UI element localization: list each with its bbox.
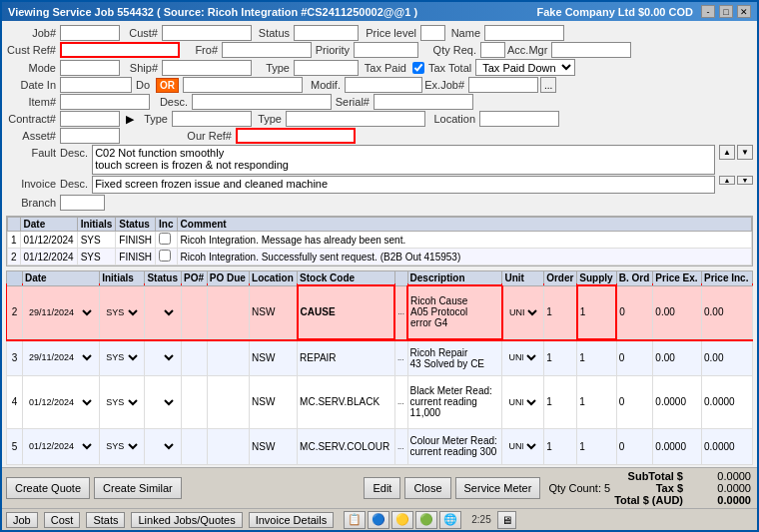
- cust-field[interactable]: FAKE.COMPY: [162, 25, 252, 41]
- log-row-comment: Ricoh Integration. Message has already b…: [177, 232, 751, 249]
- contract-field[interactable]: Contract: [60, 111, 120, 127]
- fault-scroll-down[interactable]: ▼: [737, 145, 753, 160]
- fault-desc-field[interactable]: C02 Not function smoothly touch screen i…: [92, 145, 715, 175]
- ex-job-label: Ex.Job#: [424, 79, 466, 91]
- parts-row-order: 1: [544, 285, 577, 339]
- tax-total-select[interactable]: Tax Paid Down: [475, 59, 575, 76]
- job-field[interactable]: 554432: [60, 25, 120, 41]
- tab-stats[interactable]: Stats: [86, 512, 125, 528]
- parts-table: Date Initials Status PO# PO Due Location…: [6, 270, 753, 465]
- date-do-field[interactable]: 29/11/2024 03:57 PM: [183, 77, 303, 93]
- parts-unit-select[interactable]: UNIT: [504, 396, 539, 408]
- ex-job-field[interactable]: [468, 77, 538, 93]
- invoice-scroll-up[interactable]: ▲: [719, 176, 735, 185]
- create-quote-button[interactable]: Create Quote: [6, 477, 90, 499]
- name-field[interactable]: TECHIE: [484, 25, 564, 41]
- parts-row-po: [182, 285, 208, 339]
- item-field[interactable]: SPC262SFNW: [60, 94, 150, 110]
- edit-button[interactable]: Edit: [364, 477, 400, 499]
- parts-row-description: Black Meter Read:current reading11,000: [407, 376, 502, 428]
- parts-status-select[interactable]: [147, 306, 177, 318]
- serial-field[interactable]: C767R430585: [374, 94, 473, 110]
- parts-row-price-ex: 0.00: [653, 339, 702, 376]
- parts-row[interactable]: 4 01/12/2024 SYS NSW MC.SERV.BLACK ... B…: [7, 376, 753, 428]
- ship-field[interactable]: FAKE.COMPY: [162, 60, 252, 76]
- log-row[interactable]: 2 01/12/2024 SYS FINISH Ricoh Integratio…: [8, 249, 752, 266]
- contract-type-field[interactable]: Ricoh Direct: [172, 111, 252, 127]
- branch-label: Branch: [6, 197, 58, 209]
- parts-row-unit: UNIT: [502, 428, 544, 464]
- parts-col-supply: Supply: [577, 271, 616, 286]
- create-similar-button[interactable]: Create Similar: [94, 477, 182, 499]
- ship-label: Ship#: [122, 62, 160, 74]
- or-badge: OR: [156, 78, 179, 93]
- parts-status-select[interactable]: [147, 396, 177, 408]
- acc-mgr-field[interactable]: ACCT.MGR: [551, 42, 631, 58]
- maximize-button[interactable]: □: [719, 5, 733, 18]
- modif-field[interactable]: 01/12/2024: [345, 77, 422, 93]
- qty-req-field[interactable]: [480, 42, 505, 58]
- location-field[interactable]: [479, 111, 559, 127]
- icon-btn-4[interactable]: 🟢: [415, 511, 437, 529]
- ex-job-dots-button[interactable]: ...: [540, 77, 556, 93]
- invoice-scroll-down[interactable]: ▼: [737, 176, 753, 185]
- parts-date-select[interactable]: 01/12/2024: [25, 440, 95, 452]
- parts-unit-select[interactable]: UNIT: [504, 440, 539, 452]
- parts-initials-select[interactable]: SYS: [102, 396, 141, 408]
- type-field[interactable]: Normal: [294, 60, 359, 76]
- price-level-field[interactable]: 1: [420, 25, 445, 41]
- network-icon-button[interactable]: 🖥: [497, 511, 516, 529]
- parts-status-select[interactable]: [147, 351, 177, 363]
- asset-field[interactable]: 11487: [60, 128, 120, 144]
- log-row-comment: Ricoh Integration. Successfully sent req…: [177, 249, 751, 266]
- log-row[interactable]: 1 01/12/2024 SYS FINISH Ricoh Integratio…: [8, 232, 752, 249]
- cust-ref-field[interactable]: CS2411250002@@1: [60, 42, 180, 58]
- tab-linked-jobs[interactable]: Linked Jobs/Quotes: [131, 512, 242, 528]
- mode-field[interactable]: ACTIVE: [60, 60, 120, 76]
- tab-invoice-details[interactable]: Invoice Details: [249, 512, 335, 528]
- status-field[interactable]: FINISH: [294, 25, 359, 41]
- invoice-desc-field[interactable]: Fixed screen frozen issue and cleaned ma…: [92, 176, 715, 194]
- parts-initials-select[interactable]: SYS: [102, 306, 141, 318]
- branch-field[interactable]: NSW: [60, 195, 105, 211]
- icon-btn-1[interactable]: 📋: [344, 511, 366, 529]
- date-in-field[interactable]: 29/11/2024: [60, 77, 132, 93]
- service-meter-button[interactable]: Service Meter: [455, 477, 541, 499]
- tab-job[interactable]: Job: [6, 512, 38, 528]
- parts-initials-select[interactable]: SYS: [102, 440, 141, 452]
- parts-date-select[interactable]: 29/11/2024: [25, 306, 95, 318]
- fault-scroll-up[interactable]: ▲: [719, 145, 735, 160]
- desc-field[interactable]: SPC262SFNW COLOUR: [192, 94, 332, 110]
- parts-row-po-due: [207, 376, 249, 428]
- minimize-button[interactable]: -: [701, 5, 715, 18]
- log-inc-check[interactable]: [159, 233, 171, 245]
- log-inc-check[interactable]: [159, 250, 171, 262]
- tab-cost[interactable]: Cost: [44, 512, 81, 528]
- tax-paid-checkbox[interactable]: [412, 62, 424, 74]
- priority-field[interactable]: Normal: [354, 42, 418, 58]
- log-row-num: 2: [8, 249, 21, 266]
- our-ref-field[interactable]: Jim Too: [236, 128, 356, 144]
- icon-btn-5[interactable]: 🌐: [439, 511, 461, 529]
- parts-status-select[interactable]: [147, 440, 177, 452]
- parts-date-select[interactable]: 01/12/2024: [25, 396, 95, 408]
- company-name: Fake Company Ltd $0.00 COD: [537, 6, 694, 18]
- close-button[interactable]: Close: [404, 477, 450, 499]
- parts-row[interactable]: 5 01/12/2024 SYS NSW MC.SERV.COLOUR ... …: [7, 428, 753, 464]
- parts-row-supply: 1: [577, 285, 616, 339]
- parts-row[interactable]: 3 29/11/2024 SYS NSW REPAIR ... Ricoh Re…: [7, 339, 753, 376]
- parts-row[interactable]: 2 29/11/2024 SYS NSW CAUSE ... Ricoh Cau…: [7, 285, 753, 339]
- from-field[interactable]: FAKE.COMPY: [222, 42, 312, 58]
- parts-col-price-inc: Price Inc.: [701, 271, 752, 286]
- icon-btn-3[interactable]: 🟡: [391, 511, 413, 529]
- asset-label: Asset#: [6, 130, 58, 142]
- print-field[interactable]: Print Contracts.PMPChild: [286, 111, 425, 127]
- time-display: 2:25: [471, 514, 490, 525]
- parts-initials-select[interactable]: SYS: [102, 351, 141, 363]
- close-button[interactable]: ✕: [737, 5, 751, 18]
- icon-btn-2[interactable]: 🔵: [368, 511, 389, 529]
- parts-date-select[interactable]: 29/11/2024: [25, 351, 95, 363]
- parts-row-stock-code: MC.SERV.BLACK: [298, 376, 395, 428]
- parts-unit-select[interactable]: UNIT: [504, 351, 539, 363]
- parts-unit-select[interactable]: UNIT: [505, 306, 540, 318]
